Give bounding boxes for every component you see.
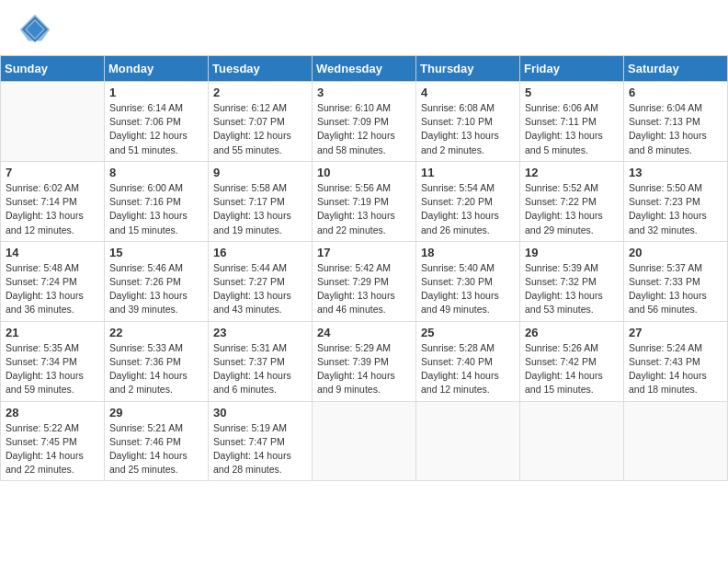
- day-number: 5: [525, 86, 619, 99]
- calendar-table: SundayMondayTuesdayWednesdayThursdayFrid…: [0, 55, 728, 481]
- day-info: Sunrise: 5:35 AM Sunset: 7:34 PM Dayligh…: [6, 341, 99, 397]
- weekday-header-tuesday: Tuesday: [209, 56, 313, 82]
- day-number: 3: [317, 86, 411, 99]
- day-number: 14: [6, 246, 99, 259]
- day-info: Sunrise: 5:48 AM Sunset: 7:24 PM Dayligh…: [6, 261, 99, 317]
- calendar-cell: 9Sunrise: 5:58 AM Sunset: 7:17 PM Daylig…: [209, 161, 313, 241]
- day-info: Sunrise: 6:02 AM Sunset: 7:14 PM Dayligh…: [6, 181, 99, 237]
- day-info: Sunrise: 5:31 AM Sunset: 7:37 PM Dayligh…: [213, 341, 307, 397]
- day-number: 24: [317, 326, 411, 339]
- day-info: Sunrise: 5:26 AM Sunset: 7:42 PM Dayligh…: [525, 341, 619, 397]
- logo-icon: [18, 13, 51, 46]
- day-info: Sunrise: 5:28 AM Sunset: 7:40 PM Dayligh…: [421, 341, 515, 397]
- day-number: 27: [629, 326, 722, 339]
- calendar-cell: 5Sunrise: 6:06 AM Sunset: 7:11 PM Daylig…: [520, 82, 624, 162]
- calendar-cell: 30Sunrise: 5:19 AM Sunset: 7:47 PM Dayli…: [209, 401, 313, 481]
- calendar-cell: 15Sunrise: 5:46 AM Sunset: 7:26 PM Dayli…: [105, 241, 209, 321]
- calendar-cell: [416, 401, 520, 481]
- calendar-cell: 25Sunrise: 5:28 AM Sunset: 7:40 PM Dayli…: [416, 321, 520, 401]
- calendar-cell: 8Sunrise: 6:00 AM Sunset: 7:16 PM Daylig…: [105, 161, 209, 241]
- day-info: Sunrise: 6:10 AM Sunset: 7:09 PM Dayligh…: [317, 101, 411, 157]
- calendar-cell: 21Sunrise: 5:35 AM Sunset: 7:34 PM Dayli…: [1, 321, 105, 401]
- calendar-cell: 10Sunrise: 5:56 AM Sunset: 7:19 PM Dayli…: [313, 161, 416, 241]
- day-number: 21: [6, 326, 99, 339]
- weekday-header-saturday: Saturday: [624, 56, 728, 82]
- calendar-cell: 20Sunrise: 5:37 AM Sunset: 7:33 PM Dayli…: [624, 241, 728, 321]
- day-info: Sunrise: 5:22 AM Sunset: 7:45 PM Dayligh…: [6, 421, 99, 477]
- day-info: Sunrise: 5:21 AM Sunset: 7:46 PM Dayligh…: [109, 421, 203, 477]
- day-info: Sunrise: 5:37 AM Sunset: 7:33 PM Dayligh…: [629, 261, 722, 317]
- day-info: Sunrise: 6:08 AM Sunset: 7:10 PM Dayligh…: [421, 101, 515, 157]
- calendar-cell: 16Sunrise: 5:44 AM Sunset: 7:27 PM Dayli…: [209, 241, 313, 321]
- day-number: 12: [525, 166, 619, 179]
- calendar-cell: 23Sunrise: 5:31 AM Sunset: 7:37 PM Dayli…: [209, 321, 313, 401]
- weekday-header-friday: Friday: [520, 56, 624, 82]
- day-number: 29: [109, 406, 203, 419]
- day-number: 11: [421, 166, 515, 179]
- calendar-cell: 17Sunrise: 5:42 AM Sunset: 7:29 PM Dayli…: [313, 241, 416, 321]
- calendar-cell: 27Sunrise: 5:24 AM Sunset: 7:43 PM Dayli…: [624, 321, 728, 401]
- page-header: [0, 0, 728, 52]
- day-number: 30: [213, 406, 307, 419]
- day-info: Sunrise: 5:24 AM Sunset: 7:43 PM Dayligh…: [629, 341, 722, 397]
- calendar-cell: 14Sunrise: 5:48 AM Sunset: 7:24 PM Dayli…: [1, 241, 105, 321]
- weekday-header-monday: Monday: [105, 56, 209, 82]
- day-info: Sunrise: 6:04 AM Sunset: 7:13 PM Dayligh…: [629, 101, 722, 157]
- day-number: 6: [629, 86, 722, 99]
- day-number: 7: [6, 166, 99, 179]
- day-number: 19: [525, 246, 619, 259]
- day-info: Sunrise: 5:42 AM Sunset: 7:29 PM Dayligh…: [317, 261, 411, 317]
- day-number: 26: [525, 326, 619, 339]
- day-number: 4: [421, 86, 515, 99]
- calendar-cell: 4Sunrise: 6:08 AM Sunset: 7:10 PM Daylig…: [416, 82, 520, 162]
- day-info: Sunrise: 5:54 AM Sunset: 7:20 PM Dayligh…: [421, 181, 515, 237]
- calendar-cell: 11Sunrise: 5:54 AM Sunset: 7:20 PM Dayli…: [416, 161, 520, 241]
- week-row-3: 14Sunrise: 5:48 AM Sunset: 7:24 PM Dayli…: [1, 241, 728, 321]
- week-row-1: 1Sunrise: 6:14 AM Sunset: 7:06 PM Daylig…: [1, 82, 728, 162]
- day-number: 23: [213, 326, 307, 339]
- day-info: Sunrise: 6:14 AM Sunset: 7:06 PM Dayligh…: [109, 101, 203, 157]
- day-info: Sunrise: 5:29 AM Sunset: 7:39 PM Dayligh…: [317, 341, 411, 397]
- day-number: 1: [109, 86, 203, 99]
- calendar-cell: 18Sunrise: 5:40 AM Sunset: 7:30 PM Dayli…: [416, 241, 520, 321]
- calendar-cell: 2Sunrise: 6:12 AM Sunset: 7:07 PM Daylig…: [209, 82, 313, 162]
- day-info: Sunrise: 5:33 AM Sunset: 7:36 PM Dayligh…: [109, 341, 203, 397]
- week-row-5: 28Sunrise: 5:22 AM Sunset: 7:45 PM Dayli…: [1, 401, 728, 481]
- day-number: 10: [317, 166, 411, 179]
- day-number: 9: [213, 166, 307, 179]
- day-number: 2: [213, 86, 307, 99]
- calendar-cell: 1Sunrise: 6:14 AM Sunset: 7:06 PM Daylig…: [105, 82, 209, 162]
- week-row-2: 7Sunrise: 6:02 AM Sunset: 7:14 PM Daylig…: [1, 161, 728, 241]
- day-info: Sunrise: 5:46 AM Sunset: 7:26 PM Dayligh…: [109, 261, 203, 317]
- calendar-cell: [624, 401, 728, 481]
- logo: [18, 13, 55, 46]
- day-info: Sunrise: 6:06 AM Sunset: 7:11 PM Dayligh…: [525, 101, 619, 157]
- calendar-cell: 26Sunrise: 5:26 AM Sunset: 7:42 PM Dayli…: [520, 321, 624, 401]
- week-row-4: 21Sunrise: 5:35 AM Sunset: 7:34 PM Dayli…: [1, 321, 728, 401]
- day-number: 22: [109, 326, 203, 339]
- day-number: 15: [109, 246, 203, 259]
- day-info: Sunrise: 5:50 AM Sunset: 7:23 PM Dayligh…: [629, 181, 722, 237]
- day-info: Sunrise: 5:58 AM Sunset: 7:17 PM Dayligh…: [213, 181, 307, 237]
- calendar-cell: [1, 82, 105, 162]
- day-number: 28: [6, 406, 99, 419]
- calendar-cell: 13Sunrise: 5:50 AM Sunset: 7:23 PM Dayli…: [624, 161, 728, 241]
- calendar-cell: 3Sunrise: 6:10 AM Sunset: 7:09 PM Daylig…: [313, 82, 416, 162]
- day-number: 18: [421, 246, 515, 259]
- day-info: Sunrise: 5:56 AM Sunset: 7:19 PM Dayligh…: [317, 181, 411, 237]
- day-number: 16: [213, 246, 307, 259]
- day-number: 20: [629, 246, 722, 259]
- calendar-cell: 19Sunrise: 5:39 AM Sunset: 7:32 PM Dayli…: [520, 241, 624, 321]
- day-info: Sunrise: 5:52 AM Sunset: 7:22 PM Dayligh…: [525, 181, 619, 237]
- day-number: 13: [629, 166, 722, 179]
- day-info: Sunrise: 5:40 AM Sunset: 7:30 PM Dayligh…: [421, 261, 515, 317]
- day-info: Sunrise: 5:44 AM Sunset: 7:27 PM Dayligh…: [213, 261, 307, 317]
- day-info: Sunrise: 6:00 AM Sunset: 7:16 PM Dayligh…: [109, 181, 203, 237]
- calendar-cell: [520, 401, 624, 481]
- calendar-cell: 22Sunrise: 5:33 AM Sunset: 7:36 PM Dayli…: [105, 321, 209, 401]
- weekday-header-sunday: Sunday: [1, 56, 105, 82]
- day-number: 17: [317, 246, 411, 259]
- day-info: Sunrise: 5:39 AM Sunset: 7:32 PM Dayligh…: [525, 261, 619, 317]
- day-info: Sunrise: 6:12 AM Sunset: 7:07 PM Dayligh…: [213, 101, 307, 157]
- day-number: 8: [109, 166, 203, 179]
